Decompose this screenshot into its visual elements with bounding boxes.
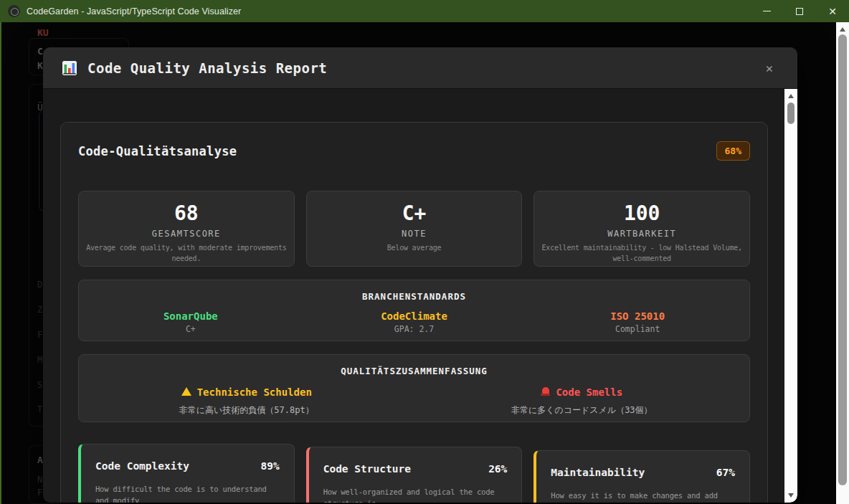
standards-panel: BRANCHENSTANDARDS SonarQube C+ CodeClima… <box>78 280 750 341</box>
summary-title: QUALITÄTSZUSAMMENFASSUNG <box>79 366 749 376</box>
app-logo-icon <box>8 5 20 17</box>
modal-body: Code-Qualitätsanalyse 68% 68 GESAMTSCORE… <box>43 89 797 503</box>
scroll-up-icon[interactable] <box>840 27 845 32</box>
score-description: Below average <box>307 242 522 253</box>
window-title: CodeGarden - JavaScript/TypeScript Code … <box>27 6 241 16</box>
metric-card-maintainability: Maintainability 67% How easy it is to ma… <box>533 450 750 503</box>
score-value: C+ <box>307 203 522 225</box>
summary-name: Code Smells <box>541 386 622 398</box>
standards-title: BRANCHENSTANDARDS <box>79 291 749 302</box>
titlebar: CodeGarden - JavaScript/TypeScript Code … <box>0 0 849 22</box>
standard-value: GPA: 2.7 <box>303 324 526 334</box>
metric-description: How difficult the code is to understand … <box>95 483 280 503</box>
close-window-button[interactable]: ✕ <box>816 0 849 22</box>
score-description: Average code quality, with moderate impr… <box>79 242 294 264</box>
bg-fragment: Z <box>37 305 42 315</box>
metric-description: How well-organized and logical the code … <box>323 486 508 503</box>
metric-percent: 26% <box>488 463 507 475</box>
metric-percent: 89% <box>260 460 279 472</box>
score-label: NOTE <box>307 229 522 239</box>
report-heading: Code-Qualitätsanalyse <box>78 144 237 158</box>
window-scrollbar-thumb[interactable] <box>838 34 847 485</box>
maximize-button[interactable] <box>783 0 816 22</box>
metric-head: Code Structure 26% <box>323 463 508 475</box>
report-head: Code-Qualitätsanalyse 68% <box>78 141 750 161</box>
summary-name-text: Technische Schulden <box>197 386 312 398</box>
bg-fragment: F <box>37 488 42 498</box>
standard-value: Compliant <box>526 324 749 334</box>
minimize-button[interactable] <box>750 0 783 22</box>
score-label: WARTBARKEIT <box>534 229 749 239</box>
score-card-wartbarkeit: 100 WARTBARKEIT Excellent maintainabilit… <box>533 191 750 267</box>
score-card-note: C+ NOTE Below average <box>306 191 523 267</box>
standard-sonarqube: SonarQube C+ <box>79 310 303 334</box>
bg-fragment: C <box>37 46 43 57</box>
metric-head: Code Complexity 89% <box>95 460 280 472</box>
metric-name: Code Complexity <box>95 460 189 472</box>
standards-row: SonarQube C+ CodeClimate GPA: 2.7 ISO 25… <box>79 310 749 334</box>
standard-name: SonarQube <box>79 310 303 322</box>
bg-fragment: T <box>37 404 42 414</box>
code-quality-modal: Code Quality Analysis Report ✕ Code-Qual… <box>43 47 797 503</box>
modal-scrollbar-thumb[interactable] <box>787 103 795 124</box>
metric-head: Maintainability 67% <box>551 467 735 478</box>
standard-value: C+ <box>79 324 303 334</box>
overall-score-badge: 68% <box>716 141 750 161</box>
modal-scrollbar[interactable] <box>784 89 797 503</box>
bg-fragment: K <box>37 60 43 71</box>
modal-title: Code Quality Analysis Report <box>87 60 327 76</box>
modal-header: Code Quality Analysis Report ✕ <box>43 47 797 89</box>
minimize-icon <box>763 11 771 11</box>
quality-summary-panel: QUALITÄTSZUSAMMENFASSUNG Technische Schu… <box>78 354 750 422</box>
metric-name: Maintainability <box>551 467 645 478</box>
standard-codeclimate: CodeClimate GPA: 2.7 <box>303 310 526 334</box>
score-value: 100 <box>534 203 749 225</box>
window-scrollbar[interactable] <box>836 22 849 504</box>
score-value: 68 <box>79 203 294 225</box>
report-panel: Code-Qualitätsanalyse 68% 68 GESAMTSCORE… <box>60 122 768 503</box>
standard-name: CodeClimate <box>303 310 526 322</box>
window-controls: ✕ <box>750 0 849 22</box>
siren-icon <box>541 387 550 396</box>
modal-close-button[interactable]: ✕ <box>766 61 773 75</box>
close-window-icon: ✕ <box>828 6 837 16</box>
bar-chart-icon <box>62 60 77 76</box>
summary-technical-debt: Technische Schulden 非常に高い技術的負債（57.8pt） <box>79 386 414 417</box>
standard-iso25010: ISO 25010 Compliant <box>526 310 749 334</box>
bg-fragment: KU <box>37 27 49 38</box>
scroll-up-icon[interactable] <box>788 94 794 98</box>
metrics-row: Code Complexity 89% How difficult the co… <box>78 444 750 503</box>
summary-name: Technische Schulden <box>181 386 312 398</box>
bg-fragment: Ü <box>37 102 43 113</box>
maximize-icon <box>796 8 803 15</box>
bg-fragment: M <box>37 355 42 365</box>
bg-fragment: N <box>37 475 42 485</box>
metric-card-structure: Code Structure 26% How well-organized an… <box>306 447 523 503</box>
score-card-row: 68 GESAMTSCORE Average code quality, wit… <box>78 191 750 267</box>
bg-fragment: A <box>37 455 43 465</box>
summary-detail: 非常に高い技術的負債（57.8pt） <box>79 404 414 417</box>
bg-fragment: F <box>37 330 42 340</box>
summary-detail: 非常に多くのコードスメル（33個） <box>414 404 750 417</box>
summary-code-smells: Code Smells 非常に多くのコードスメル（33個） <box>414 386 750 417</box>
metric-description: How easy it is to make changes and add f… <box>551 490 735 503</box>
standard-name: ISO 25010 <box>526 310 749 322</box>
bg-fragment: S <box>37 380 42 390</box>
score-card-gesamtscore: 68 GESAMTSCORE Average code quality, wit… <box>78 191 295 267</box>
warning-icon <box>181 387 191 396</box>
metric-name: Code Structure <box>323 463 411 475</box>
score-description: Excellent maintainability - low Halstead… <box>534 242 749 264</box>
score-label: GESAMTSCORE <box>79 229 294 239</box>
summary-row: Technische Schulden 非常に高い技術的負債（57.8pt） C… <box>79 386 749 417</box>
summary-name-text: Code Smells <box>556 386 622 398</box>
scroll-down-icon[interactable] <box>788 493 794 498</box>
bg-fragment: D <box>37 280 42 290</box>
metric-percent: 67% <box>716 467 735 478</box>
metric-card-complexity: Code Complexity 89% How difficult the co… <box>78 444 295 503</box>
